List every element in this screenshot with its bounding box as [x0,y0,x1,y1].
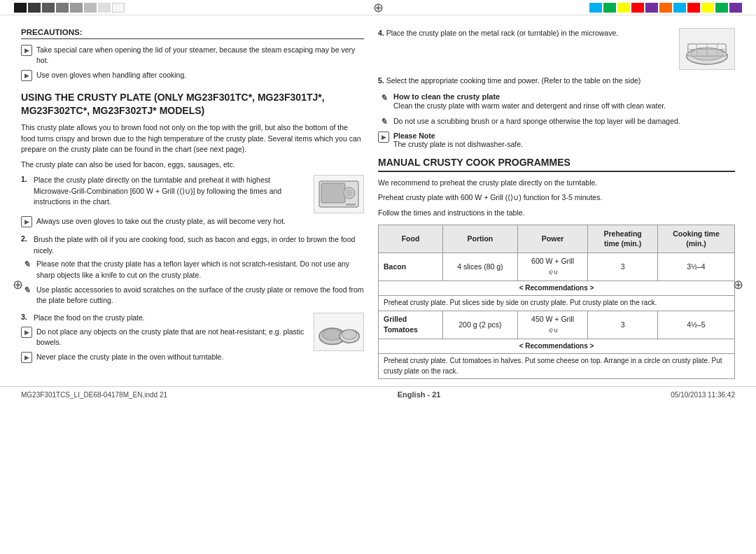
section2-intro-2: Preheat crusty plate with 600 W + Grill … [378,192,735,204]
step-5: 5. Select the appropriate cooking time a… [378,76,735,87]
plate-image [314,313,364,351]
step-3-text: Place the food on the crusty plate. [34,313,308,324]
col-cooking: Cooking time(min.) [658,225,735,253]
col-power: Power [517,225,587,253]
step-2-number: 2. [21,234,31,243]
swatch-green [603,3,616,13]
bacon-preheat-cell: 3 [588,253,658,281]
tomatoes-note-row: Preheat crusty plate. Cut tomatoes in ha… [379,354,735,379]
please-note-section: ▶ Please Note The crusty plate is not di… [378,132,735,148]
svg-point-6 [323,329,342,341]
cook-table: Food Portion Power Preheatingtime (min.)… [378,225,735,379]
swatch-gray [42,3,55,13]
step-3-note-1: ▶ Do not place any objects on the crusty… [21,327,308,348]
step-4-number: 4. [378,29,384,37]
main-content: PRECAUTIONS: ▶ Take special care when op… [0,15,756,386]
step-1: 1. Place the crusty plate directly on th… [21,175,364,227]
body-text-2: The crusty plate can also be used for ba… [21,159,364,171]
bacon-note-row: Preheat crusty plate. Put slices side by… [379,296,735,311]
footer-left: MG23F301TCS_LI_DE68-04178M_EN.indd 21 [21,391,167,399]
left-column: PRECAUTIONS: ▶ Take special care when op… [21,28,364,379]
warning-icon-2: ▶ [21,352,32,363]
microwave-svg [318,178,360,210]
swatch-green2 [715,3,728,13]
svg-rect-4 [346,204,356,206]
rack-image [679,28,735,70]
step-4-text: 4. Place the crusty plate on the metal r… [378,28,672,39]
hot-warning-icon: ▶ [21,216,32,227]
swatch-very-light-gray [98,3,111,13]
step-2: 2. Brush the plate with oil if you are c… [21,234,364,306]
please-note-text: The crusty plate is not dishwasher-safe. [393,140,523,148]
swatch-yellow2 [701,3,714,13]
tomatoes-food-cell: GrilledTomatoes [379,311,443,339]
tomatoes-cooking-cell: 4½–5 [658,311,735,339]
col-portion: Portion [442,225,517,253]
right-column: 4. Place the crusty plate on the metal r… [378,28,735,379]
oven-glove-icon: ▶ [21,70,32,81]
step-1-note-text: Always use oven gloves to take out the c… [36,216,286,227]
section2-intro-1: We recommend to preheat the crusty plate… [378,178,735,189]
precaution-text-1: Take special care when opening the lid o… [36,45,364,66]
clean-icon: ✎ [378,92,389,104]
warning-icon: ▶ [21,327,32,338]
color-bar-top: ⊕ [0,0,756,15]
do-not-scrub-note: ✎ Do not use a scrubbing brush or a hard… [378,116,735,127]
section2-intro-3: Follow the times and instructions in the… [378,208,735,219]
svg-point-3 [346,190,353,197]
swatch-dark-gray [28,3,41,13]
swatch-cyan [589,3,602,13]
swatch-black [14,3,27,13]
col-preheat: Preheatingtime (min.) [588,225,658,253]
bacon-cooking-cell: 3½–4 [658,253,735,281]
swatch-lighter-gray [84,3,97,13]
step-3-note-text-1: Do not place any objects on the crusty p… [36,327,308,348]
bacon-food-cell: Bacon [379,253,443,281]
body-text-1: This crusty plate allows you to brown fo… [21,122,364,155]
how-to-clean-section: ✎ How to clean the crusty plate Clean th… [378,92,735,112]
how-to-clean-content: How to clean the crusty plate Clean the … [393,92,666,112]
step-4-content: Place the crusty plate on the metal rack… [386,29,618,37]
step-2-text: Brush the plate with oil if you are cook… [34,234,364,257]
footer-center: English - 21 [398,390,441,399]
swatch-red [631,3,644,13]
col-food: Food [379,225,443,253]
swatch-mid-gray [56,3,69,13]
step-1-note: ▶ Always use oven gloves to take out the… [21,216,364,227]
precaution-text-2: Use oven gloves when handling after cook… [36,70,186,80]
swatch-cyan2 [673,3,686,13]
table-row-tomatoes: GrilledTomatoes 200 g (2 pcs) 450 W + Gr… [379,311,735,339]
bacon-rec-label: < Recommendations > [519,284,594,292]
note-pencil-icon: ✎ [21,259,32,270]
using-crusty-plate-heading: USING THE CRUSTY PLATE (ONLY MG23F301TC*… [21,91,364,116]
footer-right: 05/10/2013 11:36:42 [671,391,735,399]
color-swatches-right [589,3,742,13]
plate-svg [314,313,363,350]
tomatoes-recommendation-row: < Recommendations > [379,339,735,354]
step-4: 4. Place the crusty plate on the metal r… [378,28,735,70]
table-header-row: Food Portion Power Preheatingtime (min.)… [379,225,735,253]
precautions-section: PRECAUTIONS: ▶ Take special care when op… [21,28,364,81]
precautions-title: PRECAUTIONS: [21,28,364,39]
please-note-content: Please Note The crusty plate is not dish… [393,132,523,148]
tomatoes-rec-label: < Recommendations > [519,342,594,350]
swatch-red2 [687,3,700,13]
microwave-image [314,175,364,213]
steam-warning-icon: ▶ [21,45,32,56]
crosshair-left-icon: ⊕ [13,277,23,292]
step-2-note-text-2: Use plastic accessories to avoid scratch… [36,285,364,306]
manual-crusty-heading: MANUAL CRUSTY COOK PROGRAMMES [378,157,735,172]
rack-svg [680,29,734,69]
step-5-content: Select the appropriate cooking time and … [386,76,641,85]
step-2-note-text-1: Please note that the crusty plate has a … [36,259,364,280]
color-swatches-left [14,3,125,13]
step-2-note-2: ✎ Use plastic accessories to avoid scrat… [21,285,364,306]
bacon-recommendation-row: < Recommendations > [379,280,735,296]
table-row-bacon: Bacon 4 slices (80 g) 600 W + Grill⪨∪ 3 … [379,253,735,281]
do-not-scrub-text: Do not use a scrubbing brush or a hard s… [393,116,680,127]
precaution-item-2: ▶ Use oven gloves when handling after co… [21,70,364,81]
tomatoes-power-cell: 450 W + Grill⪨∪ [517,311,587,339]
swatch-yellow [617,3,630,13]
swatch-orange [659,3,672,13]
please-note-title: Please Note [393,132,435,140]
